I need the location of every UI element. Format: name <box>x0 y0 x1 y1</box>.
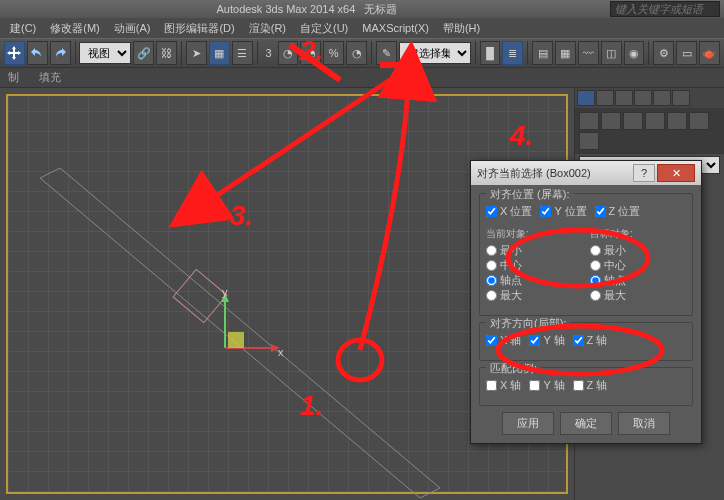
percent-snap-icon[interactable]: % <box>323 41 344 65</box>
cancel-button[interactable]: 取消 <box>618 412 670 435</box>
redo-icon[interactable] <box>50 41 71 65</box>
ribbon-item-a[interactable]: 制 <box>8 70 19 85</box>
cat-cameras-icon[interactable] <box>645 112 665 130</box>
check-scale-y[interactable]: Y 轴 <box>529 378 564 393</box>
menu-maxscript[interactable]: MAXScript(X) <box>356 20 435 36</box>
check-scale-z[interactable]: Z 轴 <box>573 378 608 393</box>
menu-create[interactable]: 建(C) <box>4 19 42 38</box>
graphite-icon[interactable]: ▦ <box>555 41 576 65</box>
spinner-label: 3 <box>261 47 275 59</box>
radio-tgt-max[interactable]: 最大 <box>590 288 686 303</box>
curve-editor-icon[interactable]: 〰 <box>578 41 599 65</box>
command-panel-tabs <box>575 88 724 108</box>
material-editor-icon[interactable]: ◉ <box>624 41 645 65</box>
ribbon-bar: 制 填充 <box>0 68 724 88</box>
check-z-position[interactable]: Z 位置 <box>595 204 641 219</box>
menu-modifier[interactable]: 修改器(M) <box>44 19 106 38</box>
tab-motion-icon[interactable] <box>634 90 652 106</box>
check-x-position[interactable]: X 位置 <box>486 204 532 219</box>
ok-button[interactable]: 确定 <box>560 412 612 435</box>
tab-modify-icon[interactable] <box>596 90 614 106</box>
tab-hierarchy-icon[interactable] <box>615 90 633 106</box>
menu-help[interactable]: 帮助(H) <box>437 19 486 38</box>
schematic-icon[interactable]: ◫ <box>601 41 622 65</box>
render-icon[interactable]: 🫖 <box>699 41 720 65</box>
search-input[interactable] <box>610 1 720 17</box>
tab-create-icon[interactable] <box>577 90 595 106</box>
edit-named-sel-icon[interactable]: ✎ <box>376 41 397 65</box>
menu-customize[interactable]: 自定义(U) <box>294 19 354 38</box>
rendered-frame-icon[interactable]: ▭ <box>676 41 697 65</box>
snap-toggle-icon[interactable]: ◔ <box>278 41 299 65</box>
radio-tgt-pivot[interactable]: 轴点 <box>590 273 686 288</box>
mirror-icon[interactable]: ▐▌ <box>480 41 501 65</box>
select-region-icon[interactable]: ▦ <box>209 41 230 65</box>
radio-tgt-min[interactable]: 最小 <box>590 243 686 258</box>
menu-animation[interactable]: 动画(A) <box>108 19 157 38</box>
cat-lights-icon[interactable] <box>623 112 643 130</box>
cat-geometry-icon[interactable] <box>579 112 599 130</box>
ribbon-item-b[interactable]: 填充 <box>39 70 61 85</box>
undo-icon[interactable] <box>27 41 48 65</box>
label-target-object: 目标对象: <box>590 227 686 241</box>
reference-coord-dropdown[interactable]: 视图 <box>79 42 131 64</box>
check-y-position[interactable]: Y 位置 <box>540 204 586 219</box>
tab-utilities-icon[interactable] <box>672 90 690 106</box>
layers-icon[interactable]: ▤ <box>532 41 553 65</box>
dialog-close-button[interactable]: ✕ <box>657 164 695 182</box>
menu-graph-editors[interactable]: 图形编辑器(D) <box>158 19 240 38</box>
radio-cur-pivot[interactable]: 轴点 <box>486 273 582 288</box>
radio-cur-center[interactable]: 中心 <box>486 258 582 273</box>
named-selection-dropdown[interactable]: 建选择集 <box>399 42 471 64</box>
check-orient-x[interactable]: X 轴 <box>486 333 521 348</box>
render-setup-icon[interactable]: ⚙ <box>653 41 674 65</box>
dialog-help-button[interactable]: ? <box>633 164 655 182</box>
cat-space-warps-icon[interactable] <box>689 112 709 130</box>
check-orient-y[interactable]: Y 轴 <box>529 333 564 348</box>
check-scale-x[interactable]: X 轴 <box>486 378 521 393</box>
radio-cur-max[interactable]: 最大 <box>486 288 582 303</box>
link-icon[interactable]: 🔗 <box>133 41 154 65</box>
unlink-icon[interactable]: ⛓ <box>156 41 177 65</box>
angle-snap-icon[interactable]: ◔ <box>300 41 321 65</box>
check-orient-z[interactable]: Z 轴 <box>573 333 608 348</box>
cat-shapes-icon[interactable] <box>601 112 621 130</box>
menu-bar: 建(C) 修改器(M) 动画(A) 图形编辑器(D) 渲染(R) 自定义(U) … <box>0 18 724 38</box>
menu-rendering[interactable]: 渲染(R) <box>243 19 292 38</box>
group-title-scale: 匹配比例: <box>486 361 541 376</box>
create-category-row <box>575 108 724 154</box>
apply-button[interactable]: 应用 <box>502 412 554 435</box>
radio-tgt-center[interactable]: 中心 <box>590 258 686 273</box>
cat-helpers-icon[interactable] <box>667 112 687 130</box>
title-bar: Autodesk 3ds Max 2014 x64 无标题 <box>0 0 724 18</box>
dialog-titlebar[interactable]: 对齐当前选择 (Box002) ? ✕ <box>471 161 701 185</box>
group-title-orientation: 对齐方向(局部): <box>486 316 570 331</box>
group-match-scale: 匹配比例: X 轴 Y 轴 Z 轴 <box>479 367 693 406</box>
align-icon[interactable]: ≣ <box>502 41 523 65</box>
spinner-snap-icon[interactable]: ◔ <box>346 41 367 65</box>
group-align-orientation: 对齐方向(局部): X 轴 Y 轴 Z 轴 <box>479 322 693 361</box>
group-align-position: 对齐位置 (屏幕): X 位置 Y 位置 Z 位置 当前对象: 最小 中心 轴点… <box>479 193 693 316</box>
dialog-title: 对齐当前选择 (Box002) <box>477 166 633 181</box>
select-by-name-icon[interactable]: ☰ <box>232 41 253 65</box>
select-icon[interactable]: ➤ <box>186 41 207 65</box>
group-title-position: 对齐位置 (屏幕): <box>486 187 573 202</box>
align-dialog: 对齐当前选择 (Box002) ? ✕ 对齐位置 (屏幕): X 位置 Y 位置… <box>470 160 702 444</box>
radio-cur-min[interactable]: 最小 <box>486 243 582 258</box>
cat-systems-icon[interactable] <box>579 132 599 150</box>
main-toolbar: 视图 🔗 ⛓ ➤ ▦ ☰ 3 ◔ ◔ % ◔ ✎ 建选择集 ▐▌ ≣ ▤ ▦ 〰… <box>0 38 724 68</box>
select-move-icon[interactable] <box>4 41 25 65</box>
tab-display-icon[interactable] <box>653 90 671 106</box>
app-title: Autodesk 3ds Max 2014 x64 无标题 <box>4 2 610 17</box>
label-current-object: 当前对象: <box>486 227 582 241</box>
